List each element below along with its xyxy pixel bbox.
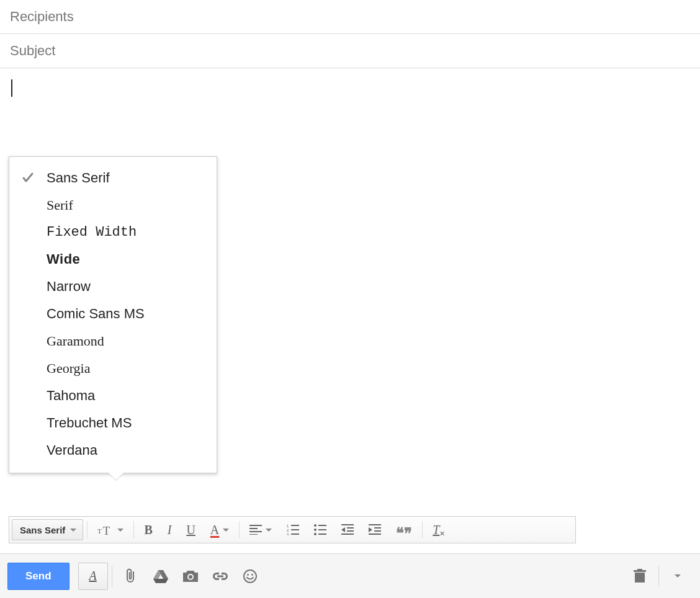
trash-icon — [634, 569, 646, 584]
svg-rect-23 — [369, 524, 381, 525]
more-options-button[interactable] — [663, 563, 693, 590]
text-color-icon: A — [210, 523, 219, 537]
svg-rect-3 — [249, 528, 258, 529]
separator — [112, 566, 112, 587]
svg-rect-16 — [318, 529, 326, 530]
subject-placeholder: Subject — [10, 43, 55, 58]
separator — [87, 521, 88, 538]
svg-point-36 — [251, 574, 253, 576]
svg-rect-9 — [291, 525, 299, 526]
svg-rect-39 — [637, 569, 642, 570]
font-menu-item[interactable]: Fixed Width — [9, 219, 217, 246]
font-menu-item-label: Georgia — [47, 360, 204, 377]
bold-button[interactable]: B — [138, 519, 158, 540]
font-menu-item-label: Sans Serif — [47, 170, 204, 186]
remove-formatting-icon: T✕ — [433, 523, 439, 537]
svg-text:T: T — [97, 527, 102, 535]
font-menu-item[interactable]: Garamond — [9, 328, 217, 355]
indent-less-button[interactable] — [335, 519, 360, 540]
font-menu-item-label: Verdana — [47, 442, 204, 458]
svg-rect-4 — [249, 531, 262, 532]
chevron-down-icon — [223, 529, 229, 532]
insert-photo-button[interactable] — [176, 563, 205, 590]
font-family-select[interactable]: Sans Serif — [12, 519, 83, 540]
italic-icon: I — [168, 523, 172, 537]
svg-point-35 — [247, 574, 249, 576]
font-menu-item[interactable]: Verdana — [9, 437, 217, 464]
font-menu-item[interactable]: Serif — [9, 192, 217, 219]
svg-marker-27 — [369, 527, 372, 532]
font-menu-item[interactable]: Sans Serif — [9, 164, 217, 192]
indent-more-icon — [369, 524, 381, 535]
svg-point-12 — [314, 524, 316, 527]
emoji-icon — [243, 569, 258, 584]
formatting-toggle-button[interactable]: A — [78, 563, 108, 590]
indent-less-icon — [341, 524, 354, 535]
chevron-down-icon — [70, 529, 76, 532]
formatting-toggle-icon: A — [89, 569, 96, 583]
chevron-down-icon — [266, 529, 272, 532]
font-menu-item-label: Trebuchet MS — [47, 415, 204, 431]
subject-field[interactable]: Subject — [0, 34, 700, 68]
svg-rect-37 — [635, 573, 645, 582]
separator — [239, 521, 240, 538]
font-menu-item[interactable]: Trebuchet MS — [9, 409, 217, 437]
indent-more-button[interactable] — [362, 519, 387, 540]
drive-icon — [153, 569, 169, 584]
svg-rect-5 — [249, 534, 258, 535]
italic-button[interactable]: I — [161, 519, 178, 540]
svg-point-13 — [314, 529, 316, 531]
svg-marker-30 — [153, 579, 168, 583]
numbered-list-icon: 1 2 3 — [287, 524, 299, 535]
underline-button[interactable]: U — [180, 519, 201, 540]
align-button[interactable] — [243, 519, 278, 540]
font-menu-item-label: Serif — [47, 197, 204, 213]
svg-rect-15 — [318, 525, 326, 526]
svg-rect-25 — [374, 530, 381, 532]
font-menu-item-label: Tahoma — [47, 388, 204, 404]
separator — [658, 566, 659, 587]
font-menu-item[interactable]: Wide — [9, 246, 217, 273]
font-menu-item[interactable]: Narrow — [9, 273, 217, 300]
align-left-icon — [249, 525, 262, 535]
recipients-placeholder: Recipients — [10, 9, 74, 24]
font-menu-item-label: Fixed Width — [47, 225, 204, 240]
chevron-down-icon — [675, 574, 681, 578]
camera-icon — [182, 569, 199, 583]
svg-rect-21 — [341, 533, 354, 535]
svg-text:1: 1 — [287, 524, 289, 528]
insert-emoji-button[interactable] — [235, 563, 265, 590]
svg-rect-38 — [634, 570, 646, 572]
numbered-list-button[interactable]: 1 2 3 — [280, 519, 305, 540]
svg-point-14 — [314, 533, 316, 535]
insert-drive-button[interactable] — [146, 563, 176, 590]
separator — [422, 521, 423, 538]
font-size-button[interactable]: T T — [91, 519, 130, 540]
remove-formatting-button[interactable]: T✕ — [426, 519, 446, 540]
font-menu-item[interactable]: Comic Sans MS — [9, 300, 217, 328]
recipients-field[interactable]: Recipients — [0, 0, 700, 34]
font-menu-item[interactable]: Tahoma — [9, 382, 217, 409]
svg-rect-33 — [217, 575, 223, 577]
bulleted-list-button[interactable] — [308, 519, 333, 540]
attach-file-button[interactable] — [116, 563, 146, 590]
send-button[interactable]: Send — [7, 563, 70, 590]
discard-draft-button[interactable] — [625, 563, 655, 590]
svg-rect-20 — [347, 530, 354, 532]
insert-link-button[interactable] — [205, 563, 235, 590]
link-icon — [212, 571, 229, 581]
paperclip-icon — [124, 568, 138, 584]
formatting-toolbar: Sans Serif T T B I U A — [9, 516, 576, 543]
svg-rect-26 — [369, 533, 381, 535]
svg-rect-10 — [291, 529, 299, 530]
chevron-down-icon — [117, 529, 123, 532]
bulleted-list-icon — [314, 524, 326, 535]
quote-button[interactable]: ❝❞ — [390, 519, 418, 540]
svg-marker-22 — [341, 527, 345, 532]
text-caret — [11, 79, 12, 97]
font-menu-item[interactable]: Georgia — [9, 355, 217, 382]
text-color-button[interactable]: A — [204, 519, 235, 540]
text-size-icon: T T — [97, 524, 114, 536]
font-family-menu: Sans SerifSerifFixed WidthWideNarrowComi… — [9, 156, 217, 473]
underline-icon: U — [186, 523, 195, 537]
